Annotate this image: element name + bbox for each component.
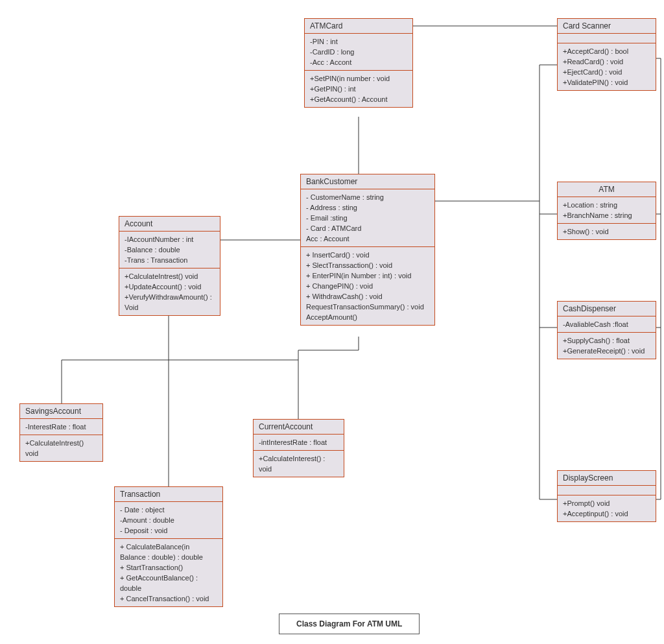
class-member: +VerufyWithdrawAmount() : Void: [124, 292, 215, 313]
class-attrs: -IAccountNumber : int-Balance : double-T…: [119, 232, 220, 268]
class-member: - CustomerName : string: [306, 192, 429, 202]
class-ops: +SetPIN(in number : void+GetPIN() : int+…: [305, 71, 412, 107]
class-member: +SupplyCash() : float: [563, 335, 650, 346]
class-attrs: -intInterestRate : float: [254, 435, 344, 451]
class-cashdispenser[interactable]: CashDispenser -AvaliableCash :float +Sup…: [557, 301, 656, 359]
class-currentaccount[interactable]: CurrentAccount -intInterestRate : float …: [253, 419, 344, 477]
class-member: + GetAccountBalance() : double: [120, 573, 217, 593]
diagram-title: Class Diagram For ATM UML: [279, 614, 420, 634]
class-ops: +CalculateIntrest() void+UpdateAccount()…: [119, 268, 220, 315]
class-account[interactable]: Account -IAccountNumber : int-Balance : …: [119, 216, 220, 316]
class-member: +CalculateIntrest() void: [124, 271, 215, 281]
class-member: -CardID : long: [310, 47, 407, 57]
class-member: +Prompt() void: [563, 498, 650, 508]
class-member: - Card : ATMCard: [306, 223, 429, 233]
class-member: + StartTransaction(): [120, 562, 217, 573]
class-title: DisplayScreen: [558, 471, 656, 486]
class-member: +GetAccount() : Account: [310, 94, 407, 104]
class-attrs: -PIN : int-CardID : long-Acc : Accont: [305, 34, 412, 71]
class-member: +SetPIN(in number : void: [310, 73, 407, 84]
class-member: -intInterestRate : float: [259, 437, 338, 447]
class-member: + InsertCard() : void: [306, 250, 429, 260]
class-title: CashDispenser: [558, 302, 656, 316]
class-attrs: -AvaliableCash :float: [558, 316, 656, 333]
class-member: +UpdateAccount() : void: [124, 281, 215, 292]
class-member: - Date : object: [120, 505, 217, 515]
class-member: -Amount : double: [120, 515, 217, 525]
class-title: Transaction: [115, 487, 222, 502]
class-member: +CalculateIntrest() void: [25, 438, 97, 459]
class-ops: + CalculateBalance(in Balance : double) …: [115, 539, 222, 606]
class-member: +BranchName : string: [563, 210, 650, 221]
class-member: +CalculateInterest() : void: [259, 453, 338, 474]
class-transaction[interactable]: Transaction - Date : object-Amount : dou…: [114, 486, 223, 607]
class-member: +Show() : void: [563, 226, 650, 237]
class-member: - Email :sting: [306, 213, 429, 223]
class-atm[interactable]: ATM +Location : string+BranchName : stri…: [557, 182, 656, 240]
class-member: + CancelTransaction() : void: [120, 593, 217, 604]
class-ops: + InsertCard() : void+ SlectTranssaction…: [301, 247, 434, 325]
class-member: +AcceptCard() : bool: [563, 46, 650, 56]
class-attrs: -InterestRate : float: [20, 419, 102, 435]
class-member: -AvaliableCash :float: [563, 319, 650, 329]
class-ops: +CalculateInterest() : void: [254, 451, 344, 477]
class-atmcard[interactable]: ATMCard -PIN : int-CardID : long-Acc : A…: [304, 18, 413, 108]
class-member: -Trans : Transaction: [124, 255, 215, 265]
class-member: -Acc : Accont: [310, 57, 407, 67]
class-title: Card Scanner: [558, 19, 656, 34]
class-attrs: +Location : string+BranchName : string: [558, 197, 656, 224]
class-attrs: [558, 486, 656, 495]
class-member: -Balance : double: [124, 244, 215, 255]
class-title: Account: [119, 217, 220, 232]
class-member: +EjectCard() : void: [563, 67, 650, 77]
class-attrs: - Date : object-Amount : double- Deposit…: [115, 502, 222, 539]
class-bankcustomer[interactable]: BankCustomer - CustomerName : string- Ad…: [300, 174, 435, 326]
class-member: + CalculateBalance(in Balance : double) …: [120, 542, 217, 562]
class-title: ATM: [558, 182, 656, 197]
class-member: + EnterPIN(in Number : int) : void: [306, 270, 429, 281]
class-member: RequestTransactionSummary() : void: [306, 302, 429, 312]
class-member: Acc : Account: [306, 233, 429, 244]
class-ops: +SupplyCash() : float+GenerateReceipt() …: [558, 333, 656, 359]
class-member: +GenerateReceipt() : void: [563, 346, 650, 356]
class-title: BankCustomer: [301, 174, 434, 189]
class-member: + ChangePIN() : void: [306, 281, 429, 291]
class-attrs: [558, 34, 656, 43]
class-ops: +CalculateIntrest() void: [20, 435, 102, 461]
class-member: +Acceptinput() : void: [563, 508, 650, 519]
class-member: +ReadCard() : void: [563, 56, 650, 67]
class-member: -InterestRate : float: [25, 422, 97, 432]
class-member: -PIN : int: [310, 36, 407, 47]
class-displayscreen[interactable]: DisplayScreen +Prompt() void+Acceptinput…: [557, 470, 656, 522]
class-member: - Deposit : void: [120, 525, 217, 536]
class-member: +Location : string: [563, 200, 650, 210]
class-title: SavingsAccount: [20, 404, 102, 419]
class-title: ATMCard: [305, 19, 412, 34]
class-member: - Address : sting: [306, 202, 429, 213]
class-member: + SlectTranssaction() : void: [306, 260, 429, 270]
class-savingsaccount[interactable]: SavingsAccount -InterestRate : float +Ca…: [19, 403, 103, 462]
class-member: -IAccountNumber : int: [124, 234, 215, 244]
class-member: +ValidatePIN() : void: [563, 77, 650, 88]
diagram-canvas: ATMCard -PIN : int-CardID : long-Acc : A…: [0, 0, 664, 644]
class-attrs: - CustomerName : string- Address : sting…: [301, 189, 434, 247]
class-ops: +Show() : void: [558, 224, 656, 239]
class-member: AcceptAmount(): [306, 312, 429, 322]
class-member: +GetPIN() : int: [310, 84, 407, 94]
class-member: + WithdrawCash() : void: [306, 291, 429, 302]
class-title: CurrentAccount: [254, 420, 344, 435]
class-cardscanner[interactable]: Card Scanner +AcceptCard() : bool+ReadCa…: [557, 18, 656, 91]
class-ops: +Prompt() void+Acceptinput() : void: [558, 495, 656, 521]
class-ops: +AcceptCard() : bool+ReadCard() : void+E…: [558, 43, 656, 90]
